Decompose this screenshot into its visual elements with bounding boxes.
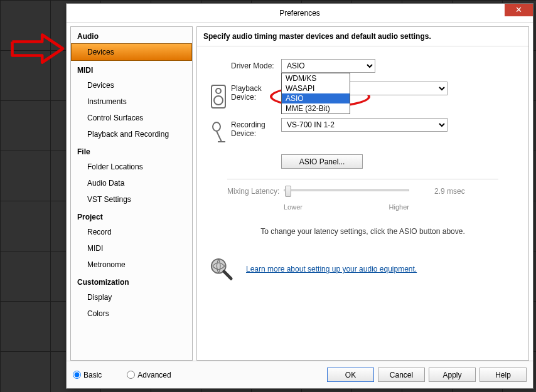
nav-category-project: Project bbox=[71, 208, 192, 224]
mixing-latency-value: 2.9 msec bbox=[434, 186, 465, 196]
driver-mode-dropdown[interactable]: WDM/KS WASAPI ASIO MME (32-Bit) bbox=[281, 73, 350, 114]
nav-category-audio: Audio bbox=[71, 27, 192, 43]
svg-line-7 bbox=[224, 272, 231, 278]
divider bbox=[227, 179, 498, 179]
nav-item-folder-locations[interactable]: Folder Locations bbox=[71, 159, 192, 175]
nav-item-vst-settings[interactable]: VST Settings bbox=[71, 191, 192, 208]
recording-device-select[interactable]: VS-700 IN 1-2 bbox=[281, 118, 448, 132]
nav-item-project-midi[interactable]: MIDI bbox=[71, 240, 192, 257]
magnifier-globe-icon bbox=[210, 257, 233, 281]
nav-item-playback-recording[interactable]: Playback and Recording bbox=[71, 126, 192, 142]
advanced-radio-input[interactable] bbox=[127, 371, 135, 379]
driver-option-asio[interactable]: ASIO bbox=[282, 93, 350, 103]
playback-device-label: Playback Device: bbox=[231, 82, 281, 102]
slider-higher-label: Higher bbox=[389, 203, 409, 211]
microphone-icon bbox=[209, 120, 228, 146]
driver-option-wdmks[interactable]: WDM/KS bbox=[282, 73, 350, 83]
slider-lower-label: Lower bbox=[284, 203, 303, 211]
mixing-latency-slider[interactable] bbox=[284, 186, 409, 199]
nav-item-instruments[interactable]: Instruments bbox=[71, 93, 192, 110]
nav-item-audio-data[interactable]: Audio Data bbox=[71, 175, 192, 191]
main-panel: Specify audio timing master devices and … bbox=[196, 26, 529, 361]
basic-radio-input[interactable] bbox=[73, 371, 81, 379]
nav-item-control-surfaces[interactable]: Control Surfaces bbox=[71, 110, 192, 126]
preferences-window: Preferences ✕ Audio Devices MIDI Devices… bbox=[66, 3, 533, 389]
mixing-latency-label: Mixing Latency: bbox=[227, 186, 284, 196]
dialog-footer: Basic Advanced OK Cancel Apply Help bbox=[67, 361, 533, 388]
nav-item-display[interactable]: Display bbox=[71, 289, 192, 305]
ok-button[interactable]: OK bbox=[327, 368, 374, 382]
nav-item-record[interactable]: Record bbox=[71, 224, 192, 240]
nav-item-midi-devices[interactable]: Devices bbox=[71, 77, 192, 93]
view-advanced-radio[interactable]: Advanced bbox=[127, 371, 171, 379]
learn-more-link[interactable]: Learn more about setting up your audio e… bbox=[246, 265, 417, 273]
close-icon: ✕ bbox=[515, 5, 522, 14]
svg-point-1 bbox=[216, 88, 221, 93]
apply-button[interactable]: Apply bbox=[429, 368, 476, 382]
advanced-radio-label: Advanced bbox=[137, 371, 171, 379]
nav-category-file: File bbox=[71, 142, 192, 159]
svg-point-3 bbox=[213, 122, 220, 131]
help-button[interactable]: Help bbox=[480, 368, 527, 382]
recording-device-label: Recording Device: bbox=[231, 118, 281, 138]
slider-thumb[interactable] bbox=[285, 186, 291, 197]
panel-header: Specify audio timing master devices and … bbox=[197, 27, 528, 46]
svg-point-2 bbox=[214, 96, 223, 105]
latency-hint: To change your latency settings, click t… bbox=[206, 227, 520, 236]
window-title: Preferences bbox=[279, 9, 320, 18]
nav-item-audio-devices[interactable]: Devices bbox=[71, 43, 192, 61]
nav-category-midi: MIDI bbox=[71, 61, 192, 77]
titlebar: Preferences ✕ bbox=[67, 4, 533, 23]
cancel-button[interactable]: Cancel bbox=[378, 368, 425, 382]
nav-item-metronome[interactable]: Metronome bbox=[71, 257, 192, 273]
svg-line-4 bbox=[217, 131, 222, 142]
close-button[interactable]: ✕ bbox=[505, 4, 533, 16]
driver-mode-label: Driver Mode: bbox=[231, 59, 281, 70]
driver-option-mme[interactable]: MME (32-Bit) bbox=[282, 103, 350, 114]
driver-option-wasapi[interactable]: WASAPI bbox=[282, 83, 350, 93]
asio-panel-button[interactable]: ASIO Panel... bbox=[281, 154, 363, 169]
driver-mode-select[interactable]: ASIO bbox=[281, 59, 375, 73]
view-basic-radio[interactable]: Basic bbox=[73, 371, 102, 379]
category-tree[interactable]: Audio Devices MIDI Devices Instruments C… bbox=[70, 26, 193, 361]
basic-radio-label: Basic bbox=[83, 371, 102, 379]
nav-category-customization: Customization bbox=[71, 273, 192, 289]
nav-item-colors[interactable]: Colors bbox=[71, 305, 192, 322]
speaker-icon bbox=[209, 84, 228, 109]
